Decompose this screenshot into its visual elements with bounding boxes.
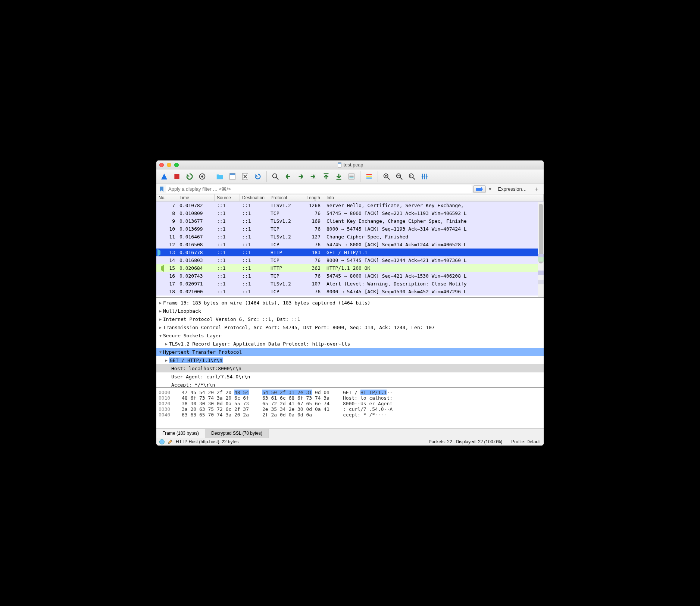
packet-list-pane: No. Time Source Destination Protocol Len… — [156, 194, 544, 297]
zoom-button[interactable] — [174, 163, 179, 167]
expert-info-icon[interactable] — [159, 439, 165, 444]
packet-bytes-pane[interactable]: 000047 45 54 20 2f 20 48 5454 50 2f 31 2… — [156, 387, 544, 428]
packet-list-body[interactable]: 70.010782::1::1TLSv1.21268Server Hello, … — [156, 202, 544, 297]
edit-icon[interactable] — [168, 439, 173, 444]
capture-options-icon[interactable] — [197, 171, 208, 182]
add-filter-button[interactable]: + — [532, 186, 541, 193]
arrow-right-icon — [476, 187, 483, 191]
svg-rect-0 — [338, 162, 341, 167]
tree-item-ssl-record[interactable]: ▶TLSv1.2 Record Layer: Application Data … — [156, 340, 544, 348]
packet-row[interactable]: 130.016778::1::1HTTP183GET / HTTP/1.1 — [156, 249, 544, 256]
zoom-in-icon[interactable] — [381, 171, 392, 182]
auto-scroll-icon[interactable] — [346, 171, 357, 182]
col-header-no[interactable]: No. — [156, 194, 177, 201]
tree-item-http[interactable]: ▼Hypertext Transfer Protocol — [156, 348, 544, 356]
packet-details-pane[interactable]: ▶Frame 13: 183 bytes on wire (1464 bits)… — [156, 297, 544, 387]
zoom-reset-icon[interactable]: = — [406, 171, 418, 182]
tree-item-http-request[interactable]: ▶GET / HTTP/1.1\r\n — [156, 356, 544, 364]
packet-row[interactable]: 170.020971::1::1TLSv1.2107Alert (Level: … — [156, 280, 544, 288]
open-file-icon[interactable] — [214, 171, 225, 182]
packet-row[interactable]: 120.016508::1::1TCP7654745 → 8000 [ACK] … — [156, 241, 544, 249]
window-title: test.pcap — [156, 162, 544, 168]
svg-line-22 — [388, 178, 390, 180]
disclosure-right-icon: ▶ — [164, 358, 169, 362]
go-first-icon[interactable] — [321, 171, 332, 182]
packet-scrollbar[interactable] — [538, 202, 544, 297]
disclosure-down-icon: ▼ — [158, 334, 163, 338]
svg-line-9 — [276, 178, 279, 180]
disclosure-right-icon: ▶ — [158, 309, 163, 313]
title-bar[interactable]: test.pcap — [156, 160, 544, 169]
svg-line-26 — [400, 178, 403, 180]
tree-item-ipv6[interactable]: ▶Internet Protocol Version 6, Src: ::1, … — [156, 315, 544, 323]
svg-rect-2 — [174, 174, 179, 179]
tab-decrypted-ssl[interactable]: Decrypted SSL (78 bytes) — [205, 429, 269, 438]
filter-dropdown-icon[interactable]: ▾ — [487, 186, 493, 192]
save-file-icon[interactable] — [227, 171, 238, 182]
status-profile[interactable]: Profile: Default — [511, 439, 541, 444]
go-forward-icon[interactable] — [295, 171, 306, 182]
status-packet-stats: Packets: 22 · Displayed: 22 (100.0%) — [429, 439, 502, 444]
svg-rect-34 — [476, 188, 481, 191]
go-last-icon[interactable] — [333, 171, 344, 182]
tab-frame-bytes[interactable]: Frame (183 bytes) — [156, 429, 205, 438]
packet-row[interactable]: 100.013699::1::1TCP768000 → 54745 [ACK] … — [156, 225, 544, 233]
tree-item-ssl[interactable]: ▼Secure Sockets Layer — [156, 331, 544, 340]
find-icon[interactable] — [270, 171, 281, 182]
disclosure-right-icon: ▶ — [158, 325, 163, 329]
col-header-source[interactable]: Source — [215, 194, 240, 201]
hex-row[interactable]: 000047 45 54 20 2f 20 48 5454 50 2f 31 2… — [159, 390, 541, 395]
apply-filter-button[interactable] — [473, 185, 486, 193]
resize-columns-icon[interactable] — [419, 171, 430, 182]
minimize-button[interactable] — [167, 163, 171, 167]
go-back-icon[interactable] — [282, 171, 294, 182]
col-header-info[interactable]: Info — [324, 194, 544, 201]
packet-row[interactable]: 160.020743::1::1TCP7654745 → 8000 [ACK] … — [156, 272, 544, 280]
tree-item-tcp[interactable]: ▶Transmission Control Protocol, Src Port… — [156, 323, 544, 331]
packet-row[interactable]: 80.010809::1::1TCP7654745 → 8000 [ACK] S… — [156, 209, 544, 217]
svg-rect-1 — [338, 162, 341, 163]
close-file-icon[interactable] — [240, 171, 251, 182]
hex-row[interactable]: 001048 6f 73 74 3a 20 6c 6f63 61 6c 68 6… — [159, 395, 541, 401]
bookmark-icon[interactable] — [159, 186, 165, 192]
restart-capture-icon[interactable] — [184, 171, 195, 182]
reload-icon[interactable] — [252, 171, 263, 182]
svg-text:=: = — [410, 174, 412, 178]
shark-fin-icon[interactable] — [159, 171, 170, 182]
tree-item-http-ua[interactable]: User-Agent: curl/7.54.0\r\n — [156, 372, 544, 381]
status-field-info: HTTP Host (http.host), 22 bytes — [176, 439, 239, 444]
display-filter-input[interactable] — [166, 185, 472, 193]
status-bar: HTTP Host (http.host), 22 bytes Packets:… — [156, 438, 544, 446]
packet-list-header[interactable]: No. Time Source Destination Protocol Len… — [156, 194, 544, 202]
hex-row[interactable]: 00303a 20 63 75 72 6c 2f 372e 35 34 2e 3… — [159, 406, 541, 412]
app-window: test.pcap = ▾ Expression… — [156, 160, 544, 446]
zoom-out-icon[interactable] — [394, 171, 405, 182]
col-header-time[interactable]: Time — [177, 194, 215, 201]
tree-item-frame[interactable]: ▶Frame 13: 183 bytes on wire (1464 bits)… — [156, 299, 544, 307]
disclosure-right-icon: ▶ — [158, 301, 163, 305]
expression-button[interactable]: Expression… — [494, 186, 530, 192]
packet-row[interactable]: 140.016803::1::1TCP768000 → 54745 [ACK] … — [156, 256, 544, 264]
tree-item-http-host[interactable]: Host: localhost:8000\r\n — [156, 364, 544, 372]
bytes-tabs: Frame (183 bytes) Decrypted SSL (78 byte… — [156, 428, 544, 438]
tree-item-http-accept[interactable]: Accept: */*\r\n — [156, 381, 544, 387]
col-header-protocol[interactable]: Protocol — [268, 194, 298, 201]
colorize-icon[interactable] — [363, 171, 375, 182]
packet-row[interactable]: 110.016467::1::1TLSv1.2127Change Cipher … — [156, 233, 544, 241]
packet-row[interactable]: 150.020684::1::1HTTP362HTTP/1.1 200 OK — [156, 264, 544, 272]
packet-row[interactable]: 70.010782::1::1TLSv1.21268Server Hello, … — [156, 202, 544, 209]
tree-item-null-loopback[interactable]: ▶Null/Loopback — [156, 307, 544, 315]
disclosure-right-icon: ▶ — [158, 317, 163, 321]
packet-row[interactable]: 180.021000::1::1TCP768000 → 54745 [ACK] … — [156, 288, 544, 296]
hex-row[interactable]: 004063 63 65 70 74 3a 20 2a2f 2a 0d 0a 0… — [159, 412, 541, 418]
hex-row[interactable]: 002038 30 30 30 0d 0a 55 7365 72 2d 41 6… — [159, 401, 541, 406]
close-button[interactable] — [159, 163, 164, 167]
document-icon — [337, 162, 342, 168]
toolbar-separator — [266, 171, 267, 182]
scroll-marker — [538, 280, 544, 284]
col-header-destination[interactable]: Destination — [240, 194, 268, 201]
go-to-packet-icon[interactable] — [308, 171, 319, 182]
packet-row[interactable]: 90.013677::1::1TLSv1.2169Client Key Exch… — [156, 217, 544, 225]
stop-capture-icon[interactable] — [171, 171, 182, 182]
col-header-length[interactable]: Length — [298, 194, 324, 201]
